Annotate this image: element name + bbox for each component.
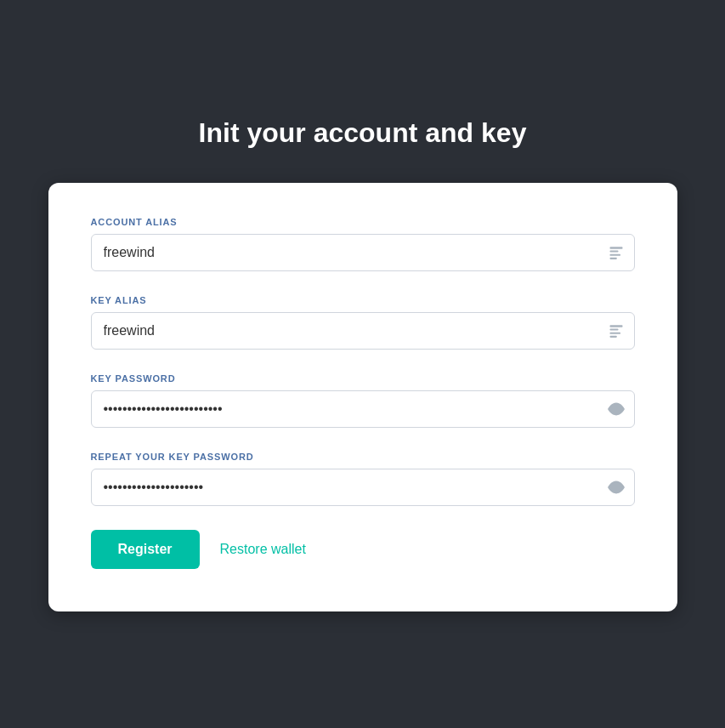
account-alias-group: ACCOUNT ALIAS <box>91 217 635 271</box>
restore-wallet-link[interactable]: Restore wallet <box>220 542 306 557</box>
key-alias-input-wrapper <box>91 312 635 350</box>
page-wrapper: Init your account and key ACCOUNT ALIAS … <box>0 83 725 646</box>
key-password-input[interactable] <box>91 390 635 428</box>
key-alias-label: KEY ALIAS <box>91 295 635 305</box>
repeat-key-password-input[interactable] <box>91 469 635 506</box>
repeat-key-password-group: REPEAT YOUR KEY PASSWORD <box>91 452 635 506</box>
account-alias-input[interactable] <box>91 234 635 271</box>
account-alias-input-wrapper <box>91 234 635 271</box>
page-title: Init your account and key <box>199 117 527 149</box>
form-actions: Register Restore wallet <box>91 530 635 569</box>
account-alias-label: ACCOUNT ALIAS <box>91 217 635 227</box>
key-password-group: KEY PASSWORD <box>91 373 635 428</box>
key-password-label: KEY PASSWORD <box>91 373 635 384</box>
repeat-key-password-input-wrapper <box>91 469 635 506</box>
key-alias-group: KEY ALIAS <box>91 295 635 350</box>
key-password-input-wrapper <box>91 390 635 428</box>
key-alias-input[interactable] <box>91 312 635 350</box>
form-card: ACCOUNT ALIAS KEY ALIAS <box>48 183 677 611</box>
register-button[interactable]: Register <box>91 530 200 569</box>
repeat-key-password-label: REPEAT YOUR KEY PASSWORD <box>91 452 635 462</box>
